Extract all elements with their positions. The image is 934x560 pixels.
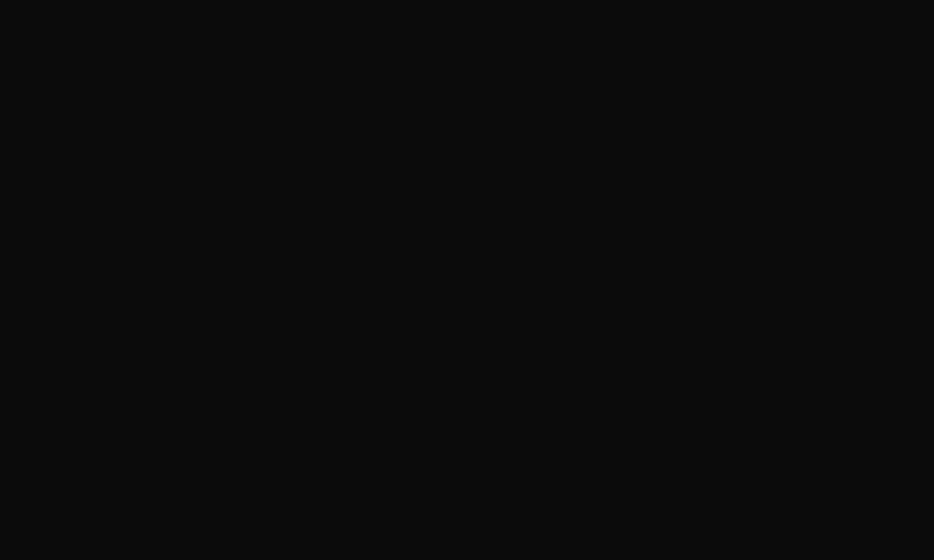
- blender-window: [0, 0, 934, 560]
